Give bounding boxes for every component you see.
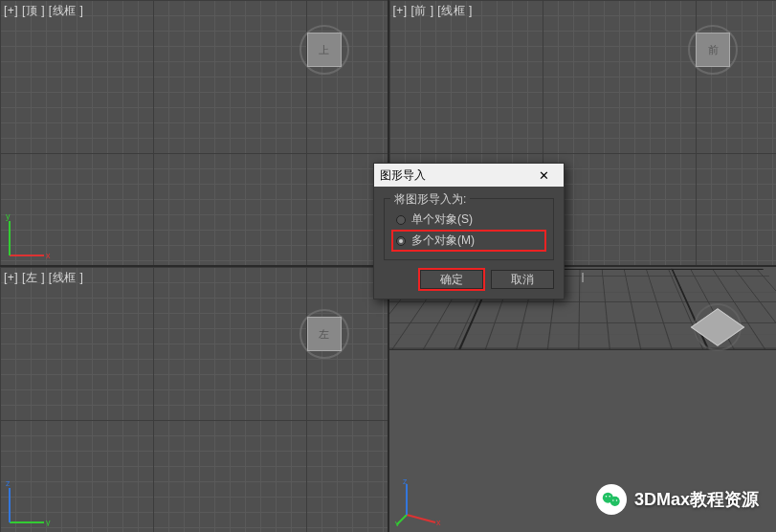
ok-button[interactable]: 确定 xyxy=(420,270,483,289)
viewport-label[interactable]: [+] [左 ] [线框 ] xyxy=(4,270,83,286)
viewport-label[interactable]: [+] [前 ] [线框 ] xyxy=(393,3,473,19)
shape-import-dialog: 图形导入 ✕ 将图形导入为: 单个对象(S) 多个对象(M) 确定 取消 xyxy=(373,163,565,299)
radio-label: 多个对象(M) xyxy=(411,233,475,249)
svg-point-20 xyxy=(606,496,608,498)
wechat-icon xyxy=(596,484,627,515)
dialog-titlebar[interactable]: 图形导入 ✕ xyxy=(374,164,564,187)
viewcube-face[interactable]: 左 xyxy=(307,317,342,351)
group-label: 将图形导入为: xyxy=(390,191,470,208)
import-as-group: 将图形导入为: 单个对象(S) 多个对象(M) xyxy=(384,198,554,260)
svg-text:z: z xyxy=(403,478,408,486)
svg-point-23 xyxy=(616,499,617,500)
axis-gizmo: y z xyxy=(6,478,54,526)
watermark-text: 3DMax教程资源 xyxy=(634,488,759,511)
svg-point-19 xyxy=(610,497,620,506)
viewcube-face[interactable]: 上 xyxy=(307,33,342,67)
viewcube[interactable] xyxy=(694,303,742,351)
radio-label: 单个对象(S) xyxy=(411,211,473,228)
viewport-top[interactable]: [+] [顶 ] [线框 ] 上 x y xyxy=(0,0,388,265)
viewcube[interactable]: 上 xyxy=(296,21,353,78)
cancel-button[interactable]: 取消 xyxy=(491,270,554,289)
viewport-left[interactable]: [+] [左 ] [线框 ] 左 y z xyxy=(0,267,388,532)
radio-icon xyxy=(396,236,406,246)
radio-single-object[interactable]: 单个对象(S) xyxy=(392,210,545,230)
svg-point-22 xyxy=(612,499,613,500)
axis-gizmo: x y xyxy=(6,211,54,259)
radio-icon xyxy=(396,215,406,225)
svg-text:y: y xyxy=(395,519,400,526)
svg-text:x: x xyxy=(436,518,441,526)
dialog-body: 将图形导入为: 单个对象(S) 多个对象(M) 确定 取消 xyxy=(374,187,564,299)
svg-text:y: y xyxy=(46,518,51,526)
viewcube-face[interactable]: 前 xyxy=(696,33,730,67)
svg-text:z: z xyxy=(6,478,11,488)
watermark: 3DMax教程资源 xyxy=(596,484,759,515)
dialog-buttons: 确定 取消 xyxy=(384,270,554,289)
tripod-icon xyxy=(578,278,588,298)
viewport-label[interactable]: [+] [顶 ] [线框 ] xyxy=(4,3,83,19)
svg-point-21 xyxy=(609,496,610,498)
radio-multiple-objects[interactable]: 多个对象(M) xyxy=(392,231,545,251)
svg-text:x: x xyxy=(46,251,51,259)
viewcube[interactable]: 前 xyxy=(684,21,742,78)
svg-text:y: y xyxy=(6,211,11,221)
dialog-title: 图形导入 xyxy=(380,167,426,184)
svg-line-12 xyxy=(407,515,435,522)
close-icon[interactable]: ✕ xyxy=(529,166,558,185)
axis-gizmo: x y z xyxy=(395,478,443,526)
viewcube[interactable]: 左 xyxy=(296,305,353,363)
